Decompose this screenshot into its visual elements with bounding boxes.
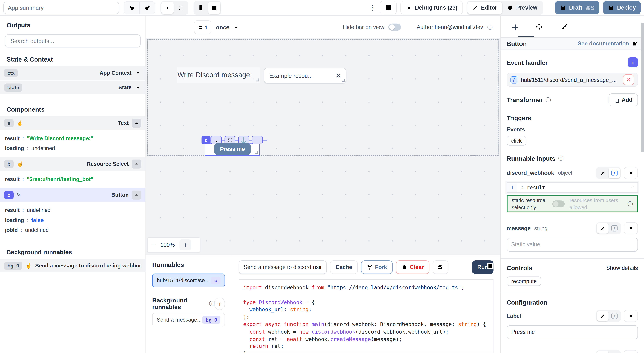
label-input[interactable]: Press me [507, 325, 638, 339]
center-align-button[interactable] [162, 1, 174, 14]
static-mode-button[interactable] [597, 311, 608, 321]
close-icon[interactable]: ✕ [336, 72, 341, 79]
outputs-title: Outputs [7, 21, 138, 28]
message-static-input[interactable]: Static value [507, 238, 638, 252]
add-background-runnable-button[interactable]: + [214, 298, 225, 310]
debug-runs-button[interactable]: Debug runs (23) [400, 1, 463, 14]
copy-icon[interactable] [487, 263, 494, 270]
resize-handle[interactable] [255, 151, 258, 154]
resource-mode-toggle[interactable] [552, 200, 564, 208]
collapse-component-b[interactable] [132, 159, 141, 168]
fork-button[interactable]: Fork [361, 260, 392, 274]
press-me-button[interactable]: Press me [214, 143, 251, 155]
expression-value: b.result [517, 183, 628, 192]
app-summary-input[interactable] [3, 1, 119, 14]
static-mode-button[interactable] [597, 223, 608, 234]
runnable-item-selected[interactable]: hub/1511/discord/se... c [152, 274, 225, 287]
move-button[interactable] [252, 136, 263, 144]
anchor-icon: ⚓ [240, 137, 247, 143]
mobile-view-button[interactable] [194, 1, 207, 14]
script-name-input[interactable] [239, 260, 327, 274]
more-menu-button[interactable]: ⋮ [368, 4, 376, 11]
component-c-props: result:undefined loading:false jobId:und… [0, 203, 145, 239]
resize-handle[interactable] [256, 78, 258, 81]
chevron-down-icon[interactable] [135, 84, 141, 90]
plug-connect-button[interactable] [624, 310, 638, 322]
background-runnable-row[interactable]: bg_0 ☝ Send a message to discord using w… [0, 259, 145, 272]
tab-component-settings[interactable] [535, 22, 543, 30]
show-details-link[interactable]: Show details [606, 265, 638, 271]
component-a-badge: a [4, 119, 14, 127]
expand-editor-button[interactable] [628, 183, 637, 192]
plug-connect-button[interactable] [624, 167, 638, 179]
connection-expression-input[interactable]: 1 b.result [507, 182, 638, 193]
see-documentation-link[interactable]: See documentation [578, 40, 638, 47]
resource-select-component[interactable]: Example resou... ✕ [264, 68, 346, 83]
reload-button[interactable] [432, 260, 448, 274]
tab-preview[interactable]: Preview [502, 1, 542, 14]
connect-mode-button[interactable]: f [608, 223, 620, 234]
resize-handle[interactable] [342, 79, 345, 82]
control-chip-recompute[interactable]: recompute [507, 277, 541, 286]
doc-link-label: See documentation [578, 40, 629, 47]
connect-mode-button[interactable]: f [608, 351, 620, 353]
bg-runnable-badge: bg_0 [202, 316, 220, 324]
undo-button[interactable] [124, 1, 139, 14]
component-row-c[interactable]: c ✎ Button [0, 188, 145, 202]
runnable-picker[interactable]: f hub/1511/discord/send_a_message_... ✕ [507, 73, 638, 87]
scrollbar-thumb[interactable] [641, 23, 644, 152]
add-transformer-button[interactable]: Add [608, 93, 638, 106]
connect-mode-button[interactable]: f [608, 168, 620, 178]
text-component[interactable]: Write Discord message: [177, 67, 260, 83]
zoom-in-button[interactable]: + [180, 239, 191, 250]
zoom-out-button[interactable]: − [151, 241, 155, 249]
tab-editor[interactable]: Editor [467, 1, 502, 14]
plug-connect-button[interactable] [624, 350, 638, 353]
event-chip-click[interactable]: click [507, 136, 526, 145]
collapse-component-a[interactable] [132, 118, 141, 127]
pencil-icon [600, 313, 606, 319]
cache-button[interactable]: Cache [330, 260, 358, 274]
zoom-level: 100% [160, 242, 175, 248]
collapse-component-c[interactable] [132, 190, 141, 199]
info-icon: ⓘ [209, 300, 214, 307]
component-row-a[interactable]: a ☝ Text [0, 116, 145, 130]
static-mode-button[interactable] [597, 351, 608, 353]
chevron-down-icon[interactable] [135, 70, 141, 76]
pencil-icon: ✎ [16, 192, 21, 198]
clear-button[interactable]: Clear [396, 260, 429, 274]
button-component-selected[interactable]: c ⚓ Press me [205, 143, 260, 156]
fork-label: Fork [375, 264, 387, 270]
tab-theme[interactable] [560, 22, 568, 30]
connect-mode-button[interactable]: f [608, 311, 620, 321]
draft-button[interactable]: Draft ⌘S [555, 1, 600, 14]
chevron-up-icon [134, 120, 139, 126]
app-canvas[interactable]: Write Discord message: Example resou... … [146, 38, 500, 255]
hide-bar-toggle[interactable] [388, 23, 401, 31]
transformer-title: Transformer [507, 96, 543, 103]
plug-connect-button[interactable] [624, 222, 638, 234]
static-mode-button[interactable] [597, 168, 608, 178]
prop-key: loading [5, 215, 24, 225]
background-runnable-item[interactable]: Send a message... bg_0 [152, 313, 225, 327]
app-bounds-outline [147, 39, 498, 156]
desktop-view-button[interactable] [208, 1, 220, 14]
deploy-button[interactable]: Deploy [603, 1, 641, 14]
text-component-value: Write Discord message: [178, 71, 252, 79]
docs-button[interactable] [380, 1, 397, 14]
schedule-dropdown[interactable]: once [216, 20, 239, 34]
chevron-down-icon [233, 24, 239, 30]
top-toolbar: ⋮ Debug runs (23) Editor Preview Draft ⌘… [0, 0, 644, 16]
remove-runnable-button[interactable]: ✕ [623, 74, 634, 85]
fullscreen-button[interactable] [175, 1, 187, 14]
refresh-count-button[interactable]: 1 [194, 20, 212, 34]
tab-insert-component[interactable] [510, 23, 518, 30]
component-row-b[interactable]: b ☝ Resource Select [0, 157, 145, 171]
redo-button[interactable] [139, 1, 154, 14]
code-editor[interactable]: import discordwebhook from "https://deno… [239, 279, 494, 353]
search-outputs-input[interactable] [5, 34, 140, 48]
context-row-state[interactable]: state State [0, 81, 145, 94]
external-link-icon [632, 41, 638, 46]
component-b-type: Resource Select [87, 161, 129, 167]
context-row-ctx[interactable]: ctx App Context [0, 66, 145, 80]
